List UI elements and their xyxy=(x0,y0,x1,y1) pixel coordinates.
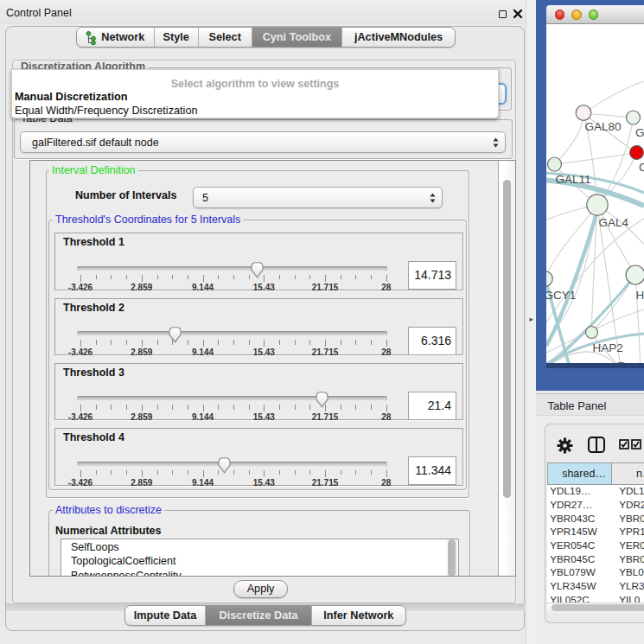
svg-text:GAL11: GAL11 xyxy=(556,172,591,185)
svg-text:GAL80: GAL80 xyxy=(585,120,622,133)
svg-text:G.: G. xyxy=(635,126,644,139)
svg-text:H: H xyxy=(636,289,644,302)
svg-text:HAP2: HAP2 xyxy=(593,341,623,354)
svg-text:GAL4: GAL4 xyxy=(599,215,629,228)
svg-text:GCY1: GCY1 xyxy=(546,288,576,301)
svg-text:C: C xyxy=(639,161,644,174)
